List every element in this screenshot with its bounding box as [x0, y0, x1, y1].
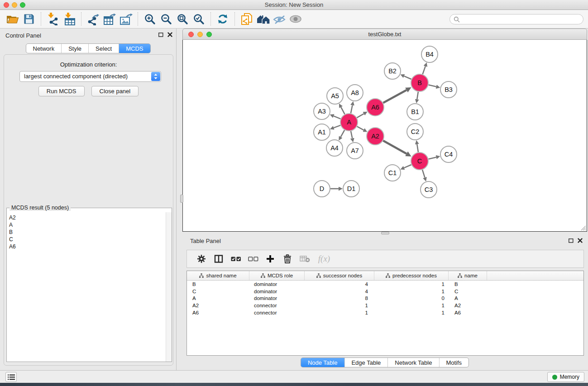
tab-motifs[interactable]: Motifs — [439, 358, 468, 367]
node-A3[interactable]: A3 — [314, 103, 330, 119]
mcds-result-item[interactable]: B — [9, 229, 166, 236]
table-row[interactable]: Cdominator41C — [187, 288, 583, 295]
network-canvas[interactable]: B4B2BB3A8A5A6A3B1AC2A1A2A4A7C4CC1C3DD1 — [182, 40, 587, 232]
node-C2[interactable]: C2 — [407, 124, 423, 140]
node-C1[interactable]: C1 — [384, 165, 401, 181]
zoom-in-button[interactable] — [142, 11, 158, 27]
save-session-button[interactable] — [21, 11, 37, 27]
run-mcds-button[interactable]: Run MCDS — [38, 86, 85, 96]
edge-A-A4[interactable] — [341, 130, 345, 137]
select-all-button[interactable] — [227, 251, 244, 267]
column-header-predecessor-nodes[interactable]: predecessor nodes — [374, 271, 449, 280]
edge-C-C2[interactable] — [417, 144, 418, 152]
open-session-button[interactable] — [5, 11, 21, 27]
close-panel-button[interactable]: Close panel — [91, 86, 139, 96]
table-row[interactable]: Bdominator41B — [187, 281, 583, 288]
node-A6[interactable]: A6 — [367, 99, 384, 116]
node-B4[interactable]: B4 — [421, 46, 438, 62]
delete-table-button[interactable] — [296, 251, 313, 267]
node-A7[interactable]: A7 — [347, 143, 363, 159]
node-A8[interactable]: A8 — [347, 85, 363, 101]
close-panel-icon[interactable] — [167, 32, 172, 37]
delete-column-button[interactable] — [279, 251, 296, 267]
tab-node-table[interactable]: Node Table — [301, 358, 344, 367]
network-window-titlebar[interactable]: testGlobe.txt — [182, 29, 587, 40]
import-network-button[interactable] — [45, 11, 61, 27]
node-A5[interactable]: A5 — [327, 88, 343, 104]
float-panel-icon[interactable] — [158, 33, 163, 37]
tab-mcds[interactable]: MCDS — [119, 44, 150, 53]
refresh-view-button[interactable] — [215, 11, 231, 27]
node-B3[interactable]: B3 — [440, 81, 457, 98]
export-table-button[interactable] — [101, 11, 118, 27]
table-row[interactable]: A2connector11A2 — [187, 302, 583, 309]
deselect-all-button[interactable] — [244, 251, 262, 267]
edge-C-C1[interactable] — [404, 165, 411, 168]
zoom-out-button[interactable] — [158, 11, 174, 27]
edge-B-B3[interactable] — [429, 85, 436, 87]
edge-A-A2[interactable] — [357, 126, 364, 130]
column-header-shared-name[interactable]: shared name — [187, 271, 249, 280]
edge-A-A3[interactable] — [334, 116, 340, 119]
zoom-fit-content-button[interactable] — [174, 11, 191, 27]
table-row[interactable]: Adominator80A — [187, 295, 583, 302]
node-D1[interactable]: D1 — [343, 181, 359, 197]
node-A4[interactable]: A4 — [326, 140, 343, 156]
edge-A-A5[interactable] — [341, 107, 344, 114]
add-column-button[interactable] — [262, 251, 279, 267]
mcds-result-item[interactable]: A6 — [9, 243, 166, 250]
mcds-result-item[interactable]: A2 — [9, 214, 166, 221]
edge-A-A1[interactable] — [334, 125, 340, 128]
tab-select[interactable]: Select — [88, 44, 119, 53]
edge-C-C3[interactable] — [422, 170, 425, 177]
node-C4[interactable]: C4 — [440, 146, 457, 162]
zoom-selected-button[interactable] — [191, 11, 207, 27]
criterion-dropdown[interactable]: largest connected component (directed) — [19, 71, 161, 82]
column-settings-button[interactable] — [193, 251, 210, 267]
edge-C-C4[interactable] — [429, 157, 436, 159]
function-builder-button[interactable]: f(x) — [313, 251, 335, 267]
table-row[interactable]: A6connector11A6 — [187, 309, 583, 316]
result-list-scrollbar[interactable] — [166, 212, 172, 362]
tab-style[interactable]: Style — [61, 44, 88, 53]
node-A1[interactable]: A1 — [314, 124, 330, 140]
memory-button[interactable]: Memory — [547, 372, 584, 382]
column-header-name[interactable]: name — [449, 271, 487, 280]
edge-B-B1[interactable] — [417, 92, 418, 100]
edge-B-B2[interactable] — [404, 76, 411, 79]
node-C[interactable]: C — [411, 152, 428, 170]
edge-A2-C[interactable] — [383, 141, 406, 154]
tab-network[interactable]: Network — [26, 44, 61, 53]
mcds-result-item[interactable]: A — [9, 221, 166, 229]
node-A[interactable]: A — [340, 114, 358, 131]
search-field[interactable] — [449, 14, 583, 24]
mcds-result-item[interactable]: C — [9, 236, 166, 243]
node-D[interactable]: D — [314, 181, 330, 197]
node-C3[interactable]: C3 — [421, 181, 437, 198]
resize-grip-icon[interactable] — [580, 225, 586, 231]
node-B2[interactable]: B2 — [384, 63, 401, 79]
duplicate-network-button[interactable] — [239, 11, 255, 27]
edge-B-B4[interactable] — [423, 66, 425, 74]
close-panel-icon[interactable] — [578, 238, 583, 243]
export-image-button[interactable] — [118, 11, 134, 27]
float-panel-icon[interactable] — [569, 238, 574, 243]
mcds-result-list[interactable]: A2ABCA6 — [7, 212, 166, 362]
export-network-button[interactable] — [85, 11, 101, 27]
column-header-MCDS-role[interactable]: MCDS role — [249, 271, 305, 280]
show-panels-list-button[interactable] — [5, 372, 17, 382]
column-header-successor-nodes[interactable]: successor nodes — [305, 271, 374, 280]
node-B1[interactable]: B1 — [407, 104, 423, 120]
tab-network-table[interactable]: Network Table — [387, 358, 439, 367]
tab-edge-table[interactable]: Edge Table — [344, 358, 387, 367]
search-input[interactable] — [462, 15, 583, 24]
hide-selected-button[interactable] — [271, 11, 287, 27]
home-button[interactable] — [255, 11, 271, 27]
edge-A6-B[interactable] — [383, 90, 407, 103]
show-all-button[interactable] — [287, 11, 304, 27]
import-table-button[interactable] — [61, 11, 77, 27]
edge-A-A7[interactable] — [351, 131, 352, 138]
split-panel-button[interactable] — [210, 251, 227, 267]
node-B[interactable]: B — [411, 74, 428, 91]
panel-divider-handle-vertical[interactable] — [180, 195, 183, 203]
